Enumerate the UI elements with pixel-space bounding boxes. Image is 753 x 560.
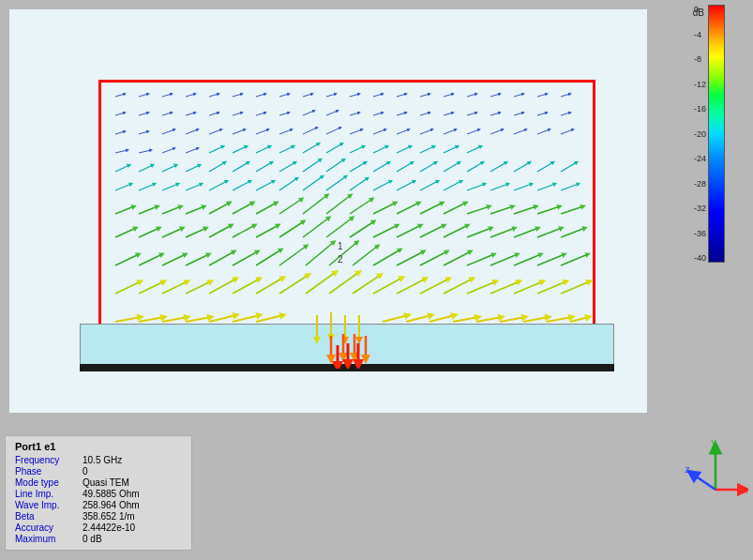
svg-line-194 (537, 281, 566, 294)
svg-line-138 (162, 228, 183, 237)
svg-line-21 (139, 113, 148, 115)
svg-line-184 (306, 272, 336, 294)
svg-line-177 (139, 281, 164, 294)
accuracy-label: Accuracy (15, 522, 83, 533)
svg-line-130 (444, 203, 466, 214)
svg-line-84 (303, 159, 321, 172)
svg-line-67 (279, 146, 294, 153)
coordinate-axes: y z x (683, 438, 739, 494)
svg-line-76 (115, 165, 129, 172)
svg-line-168 (397, 251, 424, 265)
svg-line-56 (490, 129, 503, 134)
svg-line-155 (561, 228, 585, 237)
svg-line-150 (444, 225, 468, 237)
svg-line-109 (420, 181, 438, 190)
svg-line-198 (162, 317, 188, 322)
svg-line-124 (303, 195, 327, 214)
svg-line-176 (115, 281, 141, 294)
svg-line-35 (467, 113, 476, 115)
mode-type-label: Mode type (15, 477, 83, 488)
svg-line-104 (303, 176, 323, 190)
svg-line-169 (420, 251, 447, 265)
svg-line-39 (561, 113, 570, 115)
info-row-phase: Phase 0 (15, 466, 182, 477)
svg-line-189 (420, 279, 449, 294)
svg-line-64 (209, 146, 223, 153)
svg-line-14 (444, 94, 453, 97)
svg-line-142 (256, 225, 279, 237)
maximum-value: 0 dB (83, 534, 102, 544)
svg-line-36 (490, 113, 500, 115)
svg-line-143 (279, 221, 304, 237)
line-imp-label: Line Imp. (15, 489, 83, 499)
svg-line-181 (233, 279, 260, 294)
svg-line-91 (467, 162, 483, 172)
svg-line-20 (115, 113, 125, 115)
svg-line-167 (373, 250, 400, 265)
svg-line-100 (209, 181, 227, 190)
svg-line-101 (233, 181, 250, 190)
svg-line-0 (115, 94, 125, 97)
svg-text:x: x (744, 485, 748, 495)
svg-line-82 (256, 162, 272, 172)
svg-line-28 (303, 111, 314, 115)
svg-line-226 (692, 474, 715, 490)
svg-line-95 (561, 162, 577, 172)
svg-line-23 (186, 113, 195, 115)
svg-line-49 (326, 128, 340, 134)
svg-line-102 (256, 181, 274, 190)
line-imp-value: 49.5885 Ohm (83, 489, 140, 499)
svg-line-47 (279, 129, 292, 134)
svg-line-18 (537, 94, 547, 97)
svg-line-162 (256, 250, 281, 265)
svg-line-105 (326, 176, 346, 190)
phase-label: Phase (15, 466, 83, 477)
svg-line-50 (350, 129, 362, 134)
svg-line-171 (467, 254, 494, 265)
svg-line-199 (186, 317, 211, 322)
svg-line-149 (420, 225, 444, 237)
svg-line-147 (373, 225, 398, 237)
svg-line-46 (256, 129, 268, 134)
svg-line-89 (420, 162, 436, 172)
svg-line-59 (561, 129, 573, 134)
svg-line-44 (209, 129, 221, 134)
svg-line-77 (139, 165, 153, 172)
info-row-maximum: Maximum 0 dB (15, 534, 182, 544)
svg-line-113 (514, 184, 532, 190)
arrow-field-svg: 1 2 (101, 83, 593, 369)
svg-line-148 (397, 225, 421, 237)
svg-line-45 (233, 129, 245, 134)
svg-line-17 (514, 94, 523, 97)
svg-line-213 (523, 317, 549, 322)
svg-line-72 (397, 146, 411, 153)
svg-line-201 (233, 315, 260, 322)
svg-line-94 (537, 162, 553, 172)
svg-line-140 (209, 225, 232, 237)
svg-line-96 (115, 184, 131, 190)
svg-line-71 (373, 146, 387, 153)
svg-line-200 (209, 315, 236, 322)
svg-line-121 (233, 203, 253, 214)
svg-text:1: 1 (338, 241, 343, 251)
svg-line-63 (186, 148, 198, 153)
svg-line-144 (303, 218, 329, 237)
svg-line-159 (186, 254, 209, 265)
svg-text:y: y (712, 438, 716, 447)
svg-line-90 (444, 162, 459, 172)
svg-line-103 (279, 178, 297, 190)
svg-line-34 (444, 113, 453, 115)
svg-line-182 (256, 278, 283, 294)
svg-line-128 (397, 203, 419, 214)
svg-line-22 (162, 113, 172, 115)
svg-line-30 (350, 113, 359, 115)
svg-line-173 (514, 254, 541, 265)
svg-line-156 (115, 254, 139, 265)
svg-line-33 (420, 113, 429, 115)
svg-line-153 (514, 228, 538, 237)
svg-line-68 (303, 144, 319, 153)
svg-line-164 (306, 242, 334, 265)
frequency-value: 10.5 GHz (83, 455, 122, 465)
svg-line-192 (490, 281, 520, 294)
svg-line-70 (350, 146, 364, 153)
